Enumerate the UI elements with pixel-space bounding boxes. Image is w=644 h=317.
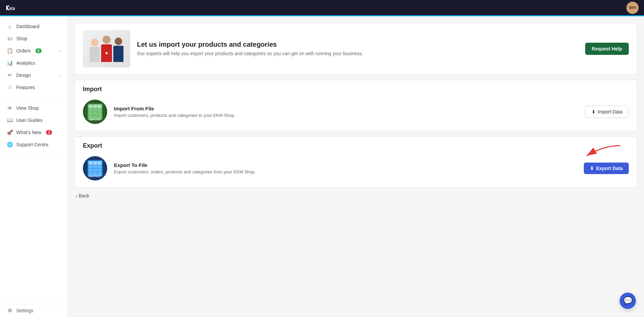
import-spreadsheet-icon	[88, 104, 102, 120]
sidebar-label-shop: Shop	[16, 36, 27, 41]
orders-chevron: ›	[59, 48, 61, 53]
sidebar-item-design[interactable]: ✏ Design ›	[0, 69, 67, 81]
design-chevron: ›	[59, 73, 61, 78]
export-data-button[interactable]: ⬇ Export Data	[584, 163, 629, 174]
import-info: Import From File Import customers, produ…	[114, 106, 578, 118]
sidebar-label-user-guides: User Guides	[16, 118, 43, 123]
export-spreadsheet-icon	[88, 160, 102, 176]
sidebar-label-settings: Settings	[16, 308, 33, 313]
hero-banner: Let us import your products and categori…	[74, 23, 637, 75]
orders-badge: 5	[36, 48, 42, 53]
ekm-logo[interactable]: KM	[5, 3, 15, 13]
import-label-text: IMPORT	[89, 118, 101, 121]
import-item-desc: Import customers, products and categorie…	[114, 113, 578, 118]
import-data-button[interactable]: ⬇ Import Data	[585, 106, 629, 118]
home-icon: ⌂	[7, 23, 13, 29]
whats-new-badge: 1	[46, 130, 52, 135]
import-item-title: Import From File	[114, 106, 578, 111]
chat-button[interactable]: 💬	[620, 293, 636, 309]
sidebar-label-view-shop: View Shop	[16, 105, 39, 111]
sidebar-label-analytics: Analytics	[16, 60, 35, 66]
export-icon-wrap: EXPORT	[83, 156, 107, 181]
export-label-text: EXPORT	[89, 175, 101, 178]
export-item-desc: Export customers, orders, products and c…	[114, 169, 577, 174]
top-navigation: KM WH	[0, 0, 644, 16]
import-icon-wrap: IMPORT	[83, 100, 107, 124]
sidebar-item-features[interactable]: ☆ Features	[0, 81, 67, 93]
hero-image	[83, 30, 130, 67]
user-avatar[interactable]: WH	[626, 2, 639, 14]
sidebar-label-orders: Orders	[16, 48, 31, 54]
sidebar-label-features: Features	[16, 85, 35, 90]
export-section-title: Export	[83, 142, 629, 149]
gear-icon: ⚙	[7, 308, 13, 314]
pen-icon: ✏	[7, 72, 13, 78]
svg-text:KM: KM	[9, 6, 15, 11]
export-item: EXPORT Export To File Export customers, …	[75, 149, 637, 187]
export-info: Export To File Export customers, orders,…	[114, 162, 577, 174]
chevron-left-icon: ‹	[76, 193, 77, 198]
sidebar-item-shop[interactable]: 🏷 Shop	[0, 33, 67, 45]
tag-icon: 🏷	[7, 36, 13, 42]
eye-icon: 👁	[7, 105, 13, 111]
sidebar-label-support-centre: Support Centre	[16, 142, 48, 147]
sidebar-item-support-centre[interactable]: 🌐 Support Centre	[0, 139, 67, 151]
download-icon-export: ⬇	[590, 166, 594, 171]
sidebar-label-dashboard: Dashboard	[16, 24, 40, 29]
sidebar-item-whats-new[interactable]: 🚀 What's New 1	[0, 126, 67, 139]
sidebar-item-dashboard[interactable]: ⌂ Dashboard	[0, 20, 67, 33]
sidebar-item-user-guides[interactable]: 📖 User Guides	[0, 114, 67, 126]
chart-icon: 📊	[7, 60, 13, 66]
download-icon: ⬇	[592, 109, 596, 114]
export-section: Export	[74, 136, 637, 188]
sidebar-item-settings[interactable]: ⚙ Settings	[0, 304, 67, 317]
sidebar-item-orders[interactable]: 📋 Orders 5 ›	[0, 45, 67, 57]
import-section-title: Import	[83, 86, 629, 93]
sidebar: ⌂ Dashboard 🏷 Shop 📋 Orders 5 › 📊 Analyt…	[0, 16, 68, 317]
book-icon: 📖	[7, 117, 13, 123]
hero-subtitle: Our experts will help you import your pr…	[137, 50, 578, 57]
clipboard-icon: 📋	[7, 48, 13, 54]
import-item: IMPORT Import From File Import customers…	[75, 93, 637, 131]
export-item-title: Export To File	[114, 162, 577, 168]
sidebar-label-whats-new: What's New	[16, 130, 41, 135]
hero-title: Let us import your products and categori…	[137, 41, 578, 48]
sidebar-item-analytics[interactable]: 📊 Analytics	[0, 57, 67, 69]
rocket-icon: 🚀	[7, 129, 13, 135]
sidebar-label-design: Design	[16, 72, 31, 78]
back-link[interactable]: ‹ Back	[74, 193, 637, 198]
import-section: Import	[74, 80, 637, 131]
globe-icon: 🌐	[7, 142, 13, 148]
sidebar-item-view-shop[interactable]: 👁 View Shop	[0, 102, 67, 114]
star-icon: ☆	[7, 84, 13, 90]
hero-text: Let us import your products and categori…	[137, 41, 578, 57]
request-help-button[interactable]: Request Help	[585, 43, 629, 55]
chat-icon: 💬	[623, 296, 632, 305]
main-content: Let us import your products and categori…	[68, 16, 644, 317]
